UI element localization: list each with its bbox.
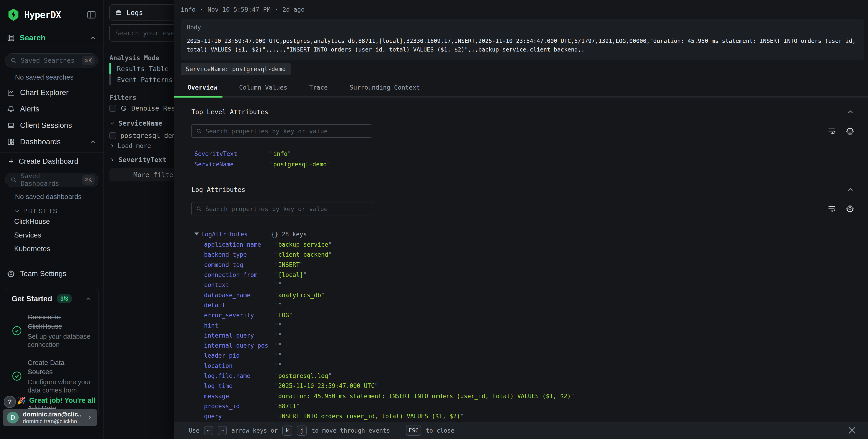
attr-value[interactable]: "" xyxy=(275,363,282,369)
service-filter-row[interactable]: postgresql-demo xyxy=(110,132,180,139)
team-settings-button[interactable]: Team Settings xyxy=(0,266,103,282)
sidebar-item-dashboards[interactable]: Dashboards xyxy=(0,133,103,150)
tab-column-values[interactable]: Column Values xyxy=(239,84,287,97)
checkbox[interactable] xyxy=(110,132,116,139)
attr-key[interactable]: hint xyxy=(204,322,275,329)
attr-key[interactable]: message xyxy=(204,393,275,400)
sidebar-item-alerts[interactable]: Alerts xyxy=(0,101,103,117)
attr-value[interactable]: "" xyxy=(275,332,282,339)
attr-value[interactable]: "analytics_db" xyxy=(275,292,324,299)
attr-meta: {} 28 keys xyxy=(271,231,307,238)
attr-key[interactable]: log.file.name xyxy=(204,372,275,379)
presets-toggle[interactable]: PRESETS xyxy=(0,208,103,215)
attr-value[interactable]: "duration: 45.950 ms statement: INSERT I… xyxy=(275,393,575,400)
analysis-mode-option-label: Results Table xyxy=(117,65,169,73)
sidebar-section-search[interactable]: Search xyxy=(0,33,103,42)
sidebar-collapse-icon[interactable] xyxy=(86,9,97,20)
attr-key[interactable]: LogAttributes xyxy=(201,231,271,238)
attr-value[interactable]: "info" xyxy=(270,151,291,157)
attr-key[interactable]: detail xyxy=(204,302,275,309)
tab-overview[interactable]: Overview xyxy=(188,84,217,97)
attr-value[interactable]: "client backend" xyxy=(275,251,332,258)
attr-key[interactable]: location xyxy=(204,363,275,369)
attr-value[interactable]: "" xyxy=(275,282,282,288)
chevron-up-icon[interactable] xyxy=(846,186,854,193)
preset-item-clickhouse[interactable]: ClickHouse xyxy=(0,215,103,228)
chevron-up-icon[interactable] xyxy=(90,138,97,145)
attr-key[interactable]: SeverityText xyxy=(194,151,270,157)
chevron-up-icon[interactable] xyxy=(85,295,92,302)
attr-key[interactable]: application_name xyxy=(204,241,275,248)
attr-value[interactable]: "[local]" xyxy=(275,272,307,278)
attr-value[interactable]: "INSERT" xyxy=(275,261,303,268)
expand-triangle-icon[interactable] xyxy=(194,232,199,236)
help-button[interactable]: ? xyxy=(4,396,16,408)
wrap-lines-icon[interactable] xyxy=(828,205,836,213)
checkbox[interactable] xyxy=(110,105,116,112)
sidebar-item-label: Dashboards xyxy=(20,137,85,146)
attr-value[interactable]: "2025-11-10 23:59:47.000 UTC" xyxy=(275,382,378,389)
chevron-up-icon[interactable] xyxy=(90,34,97,41)
tab-active-underline xyxy=(175,96,222,98)
analysis-mode-option-results-table[interactable]: Results Table xyxy=(110,63,173,74)
preset-item-kubernetes[interactable]: Kubernetes xyxy=(0,242,103,256)
chevron-up-icon[interactable] xyxy=(846,108,854,116)
attr-value[interactable]: "" xyxy=(275,342,282,349)
servicename-group-toggle[interactable]: ServiceName xyxy=(110,120,162,127)
saved-dashboards-input[interactable]: Saved Dashboards ⌘K xyxy=(5,173,98,187)
sidebar-item-client-sessions[interactable]: Client Sessions xyxy=(0,117,103,133)
attr-value[interactable]: "postgresql-demo" xyxy=(270,161,330,168)
saved-searches-input[interactable]: Saved Searches ⌘K xyxy=(5,53,98,67)
attr-key[interactable]: ServiceName xyxy=(194,161,270,168)
sidebar-item-chart-explorer[interactable]: Chart Explorer xyxy=(0,84,103,101)
attr-key[interactable]: log_time xyxy=(204,382,275,389)
wrap-lines-icon[interactable] xyxy=(828,127,836,135)
get-started-item-desc: Set up your database connection xyxy=(28,332,92,349)
log-attributes-root-row[interactable]: LogAttributes {} 28 keys xyxy=(191,229,854,240)
attr-key[interactable]: backend_type xyxy=(204,251,275,258)
sidebar-nav: Chart ExplorerAlertsClient SessionsDashb… xyxy=(0,84,103,150)
gear-icon[interactable] xyxy=(846,127,854,135)
tab-surrounding-context[interactable]: Surrounding Context xyxy=(350,84,420,97)
attr-key[interactable]: error_severity xyxy=(204,312,275,319)
attr-key[interactable]: command_tag xyxy=(204,261,275,268)
get-started-item[interactable]: Connect to ClickHouseSet up your databas… xyxy=(11,313,92,349)
attr-key[interactable]: query xyxy=(204,413,275,419)
gear-icon[interactable] xyxy=(846,205,854,213)
attr-value[interactable]: "LOG" xyxy=(275,312,292,319)
preset-item-services[interactable]: Services xyxy=(0,228,103,242)
user-menu[interactable]: D dominic.tran@clic... dominic.tran@clic… xyxy=(3,409,97,426)
attr-key[interactable]: database_name xyxy=(204,292,275,299)
top-level-search[interactable] xyxy=(191,124,372,138)
attr-value[interactable]: "" xyxy=(275,352,282,359)
attr-value[interactable]: "INSERT INTO orders (user_id, total) VAL… xyxy=(275,413,464,419)
check-circle-icon xyxy=(11,371,22,381)
get-started-item[interactable]: Create Data SourcesConfigure where your … xyxy=(11,358,92,395)
tab-trace[interactable]: Trace xyxy=(309,84,328,97)
top-level-search-input[interactable] xyxy=(206,128,368,135)
attr-value[interactable]: "88711" xyxy=(275,403,300,410)
attr-key[interactable]: context xyxy=(204,282,275,288)
get-started-header[interactable]: Get Started 3/3 xyxy=(11,294,92,303)
sidebar-item-label: Chart Explorer xyxy=(20,88,97,97)
log-attributes-search[interactable] xyxy=(191,202,372,215)
attr-key[interactable]: internal_query xyxy=(204,332,275,339)
chevron-right-icon xyxy=(86,414,93,421)
load-more-button[interactable]: Load more xyxy=(110,142,151,149)
analysis-mode-option-event-patterns[interactable]: Event Patterns xyxy=(110,74,173,85)
attr-value[interactable]: "" xyxy=(275,322,282,329)
attr-key[interactable]: connection_from xyxy=(204,272,275,278)
attr-value[interactable]: "postgresql.log" xyxy=(275,372,332,379)
get-started-item-title: Create Data Sources xyxy=(28,358,90,377)
service-name-tag[interactable]: ServiceName: postgresql-demo xyxy=(181,63,290,75)
attr-value[interactable]: "backup_service" xyxy=(275,241,332,248)
create-dashboard-button[interactable]: Create Dashboard xyxy=(0,153,103,167)
log-attributes-search-input[interactable] xyxy=(206,206,368,213)
attr-key[interactable]: leader_pid xyxy=(204,352,275,359)
event-body-block: Body 2025-11-10 23:59:47.000 UTC,postgre… xyxy=(181,20,864,60)
attr-value[interactable]: "" xyxy=(275,302,282,309)
severitytext-group-toggle[interactable]: SeverityText xyxy=(110,156,166,164)
attr-key[interactable]: internal_query_pos xyxy=(204,342,275,349)
attr-key[interactable]: process_id xyxy=(204,403,275,410)
close-icon[interactable] xyxy=(847,425,857,435)
